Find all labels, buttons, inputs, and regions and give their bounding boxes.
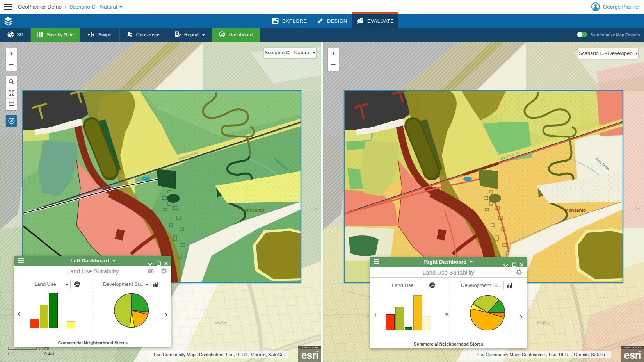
svg-text:0.4mi: 0.4mi: [44, 352, 54, 356]
svg-text:Monsanto: Monsanto: [565, 208, 586, 212]
svg-text:Monsanto: Monsanto: [243, 208, 264, 212]
